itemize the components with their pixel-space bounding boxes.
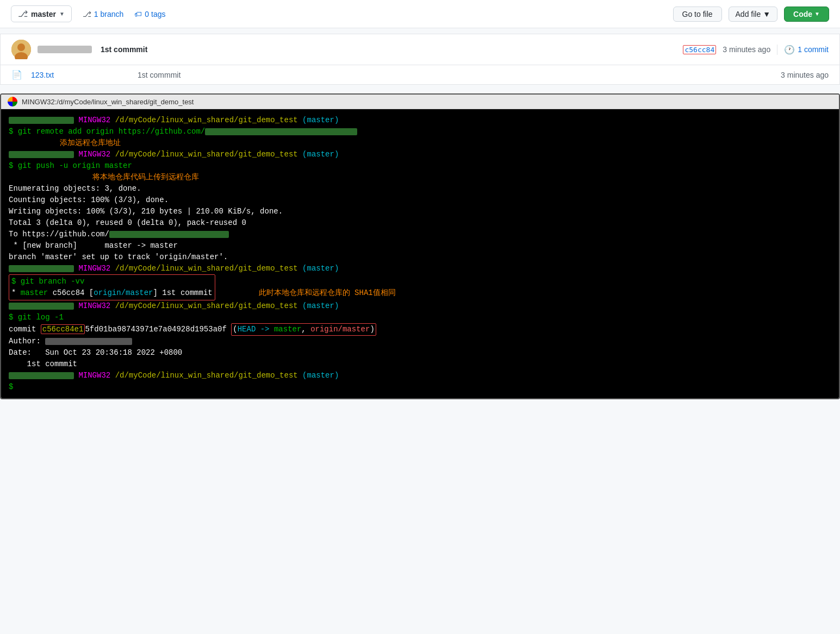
terminal-line: $ git log -1 xyxy=(9,312,831,323)
terminal-line: Date: Sun Oct 23 20:36:18 2022 +0800 xyxy=(9,347,831,359)
go-to-file-button[interactable]: Go to file xyxy=(673,7,722,22)
terminal-titlebar: MINGW32:/d/myCode/linux_win_shared/git_d… xyxy=(1,95,839,109)
branch-count-icon: ⎇ xyxy=(83,10,91,18)
terminal-line: * [new branch] master -> master xyxy=(9,240,831,252)
terminal-line: MINGW32 /d/myCode/linux_win_shared/git_d… xyxy=(9,115,831,126)
avatar xyxy=(11,40,31,59)
commit-info-bar: 1st commmit c56cc84 3 minutes ago 🕐 1 co… xyxy=(0,34,840,65)
terminal-line: Writing objects: 100% (3/3), 210 bytes |… xyxy=(9,206,831,217)
code-button[interactable]: Code ▼ xyxy=(784,7,829,22)
file-name[interactable]: 123.txt xyxy=(31,71,129,79)
terminal-title: MINGW32:/d/myCode/linux_win_shared/git_d… xyxy=(22,98,194,106)
terminal-line: branch 'master' set up to track 'origin/… xyxy=(9,252,831,263)
terminal-line: Total 3 (delta 0), reused 0 (delta 0), p… xyxy=(9,217,831,229)
terminal-line: $ xyxy=(9,381,831,393)
tags-icon: 🏷 xyxy=(134,10,142,18)
terminal-line: Enumerating objects: 3, done. xyxy=(9,183,831,194)
code-chevron-icon: ▼ xyxy=(814,11,820,17)
tags-count-label: 0 tags xyxy=(145,10,165,18)
branch-name: master xyxy=(31,10,56,18)
add-file-chevron-icon: ▼ xyxy=(763,10,770,18)
terminal-line: $ git branch -vv * master c56cc84 [origi… xyxy=(9,274,831,300)
commit-sha[interactable]: c56cc84 xyxy=(683,45,716,54)
branch-selector[interactable]: ⎇ master ▼ xyxy=(11,5,72,22)
terminal-logo-icon xyxy=(8,97,17,106)
terminal-body[interactable]: MINGW32 /d/myCode/linux_win_shared/git_d… xyxy=(1,109,839,398)
file-time: 3 minutes ago xyxy=(781,71,829,79)
terminal-window: MINGW32:/d/myCode/linux_win_shared/git_d… xyxy=(0,93,840,399)
terminal-line: $ git remote add origin https://github.c… xyxy=(9,126,831,149)
terminal-line: Counting objects: 100% (3/3), done. xyxy=(9,194,831,206)
add-file-label: Add file xyxy=(736,10,761,18)
history-count: 1 commit xyxy=(798,45,829,54)
terminal-line: To https://github.com/ xyxy=(9,229,831,240)
branch-icon: ⎇ xyxy=(18,9,28,19)
code-label: Code xyxy=(793,10,812,18)
terminal-line: MINGW32 /d/myCode/linux_win_shared/git_d… xyxy=(9,149,831,160)
add-file-button[interactable]: Add file ▼ xyxy=(729,7,778,22)
file-icon: 📄 xyxy=(11,70,22,80)
terminal-line: MINGW32 /d/myCode/linux_win_shared/git_d… xyxy=(9,370,831,381)
terminal-line: 1st commmit xyxy=(9,359,831,370)
branch-count-label: 1 branch xyxy=(94,10,123,18)
terminal-line: commit c56cc84e15fd01ba98743971e7a04928d… xyxy=(9,323,831,336)
tags-count-link[interactable]: 🏷 0 tags xyxy=(134,10,165,18)
branch-count-link[interactable]: ⎇ 1 branch xyxy=(83,10,123,18)
history-icon: 🕐 xyxy=(784,45,795,55)
commit-time: 3 minutes ago xyxy=(723,45,770,54)
branch-chevron-icon: ▼ xyxy=(59,11,65,17)
history-link[interactable]: 🕐 1 commit xyxy=(777,45,829,55)
commit-message: 1st commmit xyxy=(101,45,147,54)
terminal-line: MINGW32 /d/myCode/linux_win_shared/git_d… xyxy=(9,300,831,312)
terminal-line: MINGW32 /d/myCode/linux_win_shared/git_d… xyxy=(9,263,831,274)
file-commit-msg: 1st commmit xyxy=(138,71,772,79)
terminal-line: Author: xyxy=(9,336,831,347)
top-bar: ⎇ master ▼ ⎇ 1 branch 🏷 0 tags Go to fil… xyxy=(0,0,840,28)
table-row: 📄 123.txt 1st commmit 3 minutes ago xyxy=(1,65,839,84)
file-table: 📄 123.txt 1st commmit 3 minutes ago xyxy=(0,65,840,85)
commit-author-blurred xyxy=(38,46,92,53)
terminal-line: $ git push -u origin master 将本地仓库代码上传到远程… xyxy=(9,160,831,183)
top-bar-actions: Go to file Add file ▼ Code ▼ xyxy=(673,7,830,22)
svg-point-1 xyxy=(17,43,25,51)
